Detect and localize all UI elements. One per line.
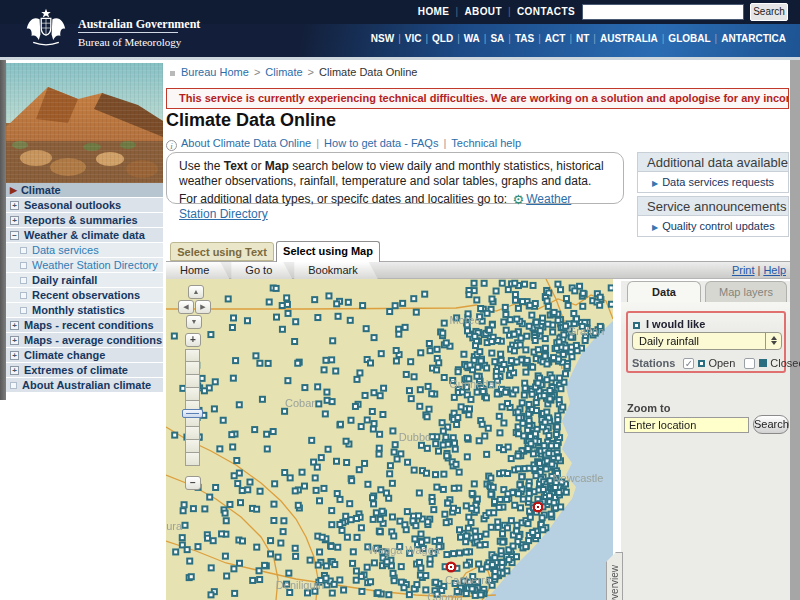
state-link-qld[interactable]: QLD [432,33,453,44]
intro-text-2: For additional data types, or specifc da… [179,192,511,206]
arrow-right-icon: ▶ [652,179,658,188]
about-link[interactable]: How to get data - FAQs [324,137,438,149]
stations-map[interactable]: MoreeGraftonGunnedahCobarDubboNewcastleM… [166,279,613,600]
closed-checkbox[interactable] [744,358,755,369]
about-link[interactable]: About Climate Data Online [181,137,311,149]
zoom-slider[interactable] [185,349,200,475]
expand-icon: + [10,201,19,210]
sidebar-item-climate-change[interactable]: +Climate change [6,348,163,363]
bullet-square-icon [10,382,17,389]
breadcrumb-current: Climate Data Online [319,66,417,78]
header-search-button[interactable]: Search [750,3,788,21]
state-link-wa[interactable]: WA [464,33,480,44]
scrollbar-strip[interactable] [790,60,800,600]
selected-station-marker[interactable] [533,502,544,513]
gov-link-about[interactable]: ABOUT [464,6,502,17]
sidebar-item-recent-observations[interactable]: Recent observations [6,288,163,303]
about-link[interactable]: Technical help [451,137,521,149]
location-search-button[interactable]: Search [753,415,789,434]
aside-link[interactable]: ▶Quality control updates [637,216,789,237]
coat-of-arms-icon [22,7,70,49]
state-nav: NSW|VIC|QLD|WA|SA|TAS|ACT|NT|AUSTRALIA|G… [371,33,786,44]
state-link-antarctica[interactable]: ANTARCTICA [721,33,786,44]
state-link-australia[interactable]: AUSTRALIA [600,33,658,44]
sidebar-item-weather-climate-data[interactable]: −Weather & climate data [6,228,163,243]
map-nav-control: ▲ ◀ ▶ ▼ + − [174,285,220,490]
panel-tab-data[interactable]: Data [627,281,701,302]
state-link-global[interactable]: GLOBAL [668,33,710,44]
map-toolbar-home-button[interactable]: Home [166,262,229,279]
i-would-like-row: I would like [633,318,705,330]
stations-map-canvas[interactable] [166,279,613,600]
sidebar-item-label: Data services [32,243,99,257]
sidebar-item-weather-station-directory[interactable]: Weather Station Directory [6,258,163,273]
pan-up-button[interactable]: ▲ [188,285,204,299]
aside-heading: Additional data available [637,152,789,172]
i-would-like-label: I would like [646,318,705,330]
selected-station-marker[interactable] [446,562,457,573]
state-link-act[interactable]: ACT [545,33,566,44]
sidebar-item-daily-rainfall[interactable]: Daily rainfall [6,273,163,288]
sidebar-item-extremes-of-climate[interactable]: +Extremes of climate [6,363,163,378]
data-type-select-value: Daily rainfall [639,335,699,347]
sidebar-item-climate[interactable]: ▶Climate [6,183,163,198]
tab-select-using-text[interactable]: Select using Text [170,242,274,261]
expand-icon: + [10,351,19,360]
closed-label: Closed [770,357,800,369]
sidebar-item-about-australian-climate[interactable]: About Australian climate [6,378,163,393]
bullet-square-icon [20,292,27,299]
sidebar-item-maps-recent-conditions[interactable]: +Maps - recent conditions [6,318,163,333]
sidebar-item-label: Climate [21,183,61,197]
info-icon: i [166,140,177,151]
map-toolbar-bookmark-button[interactable]: Bookmark [294,262,378,279]
aside-link[interactable]: ▶Data services requests [637,172,789,193]
intro-text: Use the [179,159,224,173]
breadcrumb-link[interactable]: Climate [265,66,302,78]
state-link-vic[interactable]: VIC [405,33,422,44]
map-toolbar-go-to-button[interactable]: Go to [231,262,292,279]
zoom-in-button[interactable]: + [185,333,201,347]
station-open-icon [633,322,640,329]
pan-down-button[interactable]: ▼ [186,315,202,329]
zoom-out-button[interactable]: − [185,476,201,490]
about-links-row: iAbout Climate Data Online|How to get da… [166,137,521,151]
state-link-nt[interactable]: NT [576,33,589,44]
zoom-slider-handle[interactable] [182,409,203,418]
help-link[interactable]: Help [763,264,786,276]
state-link-tas[interactable]: TAS [515,33,534,44]
toolbar-links: Print|Help [732,264,786,276]
state-link-sa[interactable]: SA [490,33,504,44]
sidebar-item-label: Weather Station Directory [32,258,158,272]
open-checkbox[interactable]: ✓ [683,358,694,369]
state-link-nsw[interactable]: NSW [371,33,394,44]
data-type-select[interactable]: Daily rainfall [632,332,782,350]
gov-link-contacts[interactable]: CONTACTS [517,6,575,17]
sidebar-item-label: About Australian climate [22,378,151,392]
location-input[interactable] [624,417,749,433]
collapse-icon: − [10,231,19,240]
gov-links: HOME|ABOUT|CONTACTS [418,6,575,17]
pan-right-button[interactable]: ▶ [195,300,211,314]
header-search-input[interactable] [582,4,744,20]
breadcrumb-link[interactable]: Bureau Home [181,66,249,78]
sidebar-item-seasonal-outlooks[interactable]: +Seasonal outlooks [6,198,163,213]
panel-tab-map-layers[interactable]: Map layers [705,281,787,302]
gov-logo-text: Australian Government [78,17,200,32]
arrow-right-icon: ▶ [652,223,658,232]
sidebar-item-monthly-statistics[interactable]: Monthly statistics [6,303,163,318]
sidebar-item-label: Climate change [24,348,105,362]
sidebar-item-reports-summaries[interactable]: +Reports & summaries [6,213,163,228]
gear-icon: ⚙ [513,192,525,207]
select-stepper-icon [765,333,781,349]
print-link[interactable]: Print [732,264,755,276]
bullet-square-icon [20,307,27,314]
map-toolbar: HomeGo toBookmark Print|Help [166,261,790,279]
bullet-square-icon [20,262,27,269]
sidebar-item-maps-average-conditions[interactable]: +Maps - average conditions [6,333,163,348]
pan-left-button[interactable]: ◀ [178,300,194,314]
sidebar-item-data-services[interactable]: Data services [6,243,163,258]
gov-link-home[interactable]: HOME [418,6,450,17]
panel-body: I would like Daily rainfall Stations ✓ O… [621,302,790,600]
tab-select-using-map[interactable]: Select using Map [276,241,380,262]
sidebar-nav: ▶Climate+Seasonal outlooks+Reports & sum… [6,183,163,393]
